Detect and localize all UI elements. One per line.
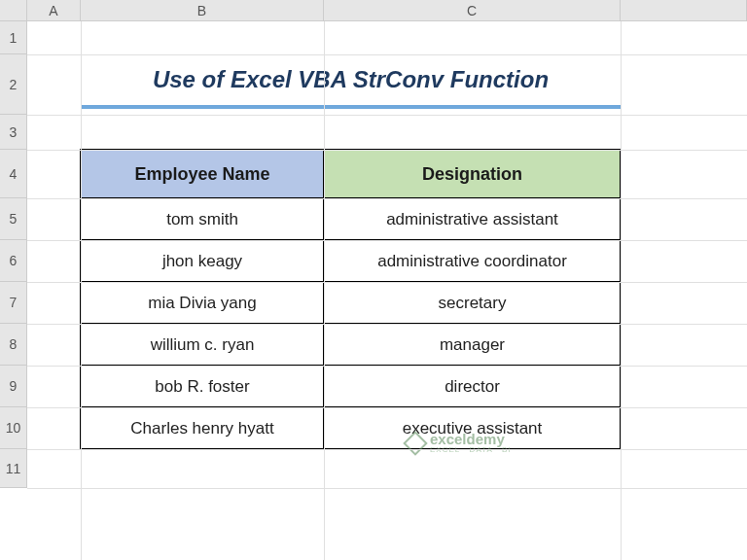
row-header[interactable]: 6 — [0, 240, 26, 282]
gridline — [27, 240, 747, 241]
gridline — [621, 21, 622, 560]
gridline — [27, 115, 747, 116]
spreadsheet: ABC 1234567891011 Use of Excel VBA StrCo… — [0, 0, 747, 560]
gridline — [27, 449, 747, 450]
table-header-row: Employee Name Designation — [81, 150, 621, 198]
row-header[interactable]: 7 — [0, 282, 26, 324]
header-designation[interactable]: Designation — [324, 150, 621, 198]
header-employee[interactable]: Employee Name — [81, 150, 324, 198]
page-title: Use of Excel VBA StrConv Function — [81, 54, 621, 109]
row-header[interactable]: 8 — [0, 324, 26, 366]
row-header[interactable]: 10 — [0, 407, 26, 449]
cell-designation[interactable]: secretary — [324, 282, 621, 324]
cell-employee[interactable]: mia Divia yang — [81, 282, 324, 324]
gridline — [27, 324, 747, 325]
gridline — [324, 21, 325, 560]
cell-employee[interactable]: willium c. ryan — [81, 324, 324, 366]
watermark-logo-icon — [403, 431, 427, 455]
column-headers: ABC — [27, 0, 747, 21]
watermark-sub: EXCEL · DATA · BI — [430, 446, 512, 454]
select-all-corner[interactable] — [0, 0, 27, 21]
gridline — [27, 407, 747, 408]
cell-employee[interactable]: Charles henry hyatt — [81, 407, 324, 449]
gridline — [81, 21, 82, 560]
table-row: Charles henry hyattexecutive assistant — [81, 407, 621, 449]
data-table: Employee Name Designation tom smithadmin… — [80, 149, 622, 450]
row-header[interactable]: 11 — [0, 449, 26, 488]
cell-designation[interactable]: administrative assistant — [324, 198, 621, 240]
row-headers: 1234567891011 — [0, 21, 27, 488]
gridline — [27, 54, 747, 55]
row-header[interactable]: 5 — [0, 198, 26, 240]
cell-designation[interactable]: manager — [324, 324, 621, 366]
cell-employee[interactable]: tom smith — [81, 198, 324, 240]
column-header[interactable]: A — [27, 0, 81, 20]
table-row: willium c. ryanmanager — [81, 324, 621, 366]
table-row: bob R. fosterdirector — [81, 366, 621, 407]
row-header[interactable]: 2 — [0, 54, 26, 115]
column-header[interactable] — [621, 0, 747, 20]
table-row: jhon keagyadministrative coordinator — [81, 240, 621, 282]
watermark: exceldemy EXCEL · DATA · BI — [407, 432, 512, 454]
watermark-main: exceldemy — [430, 432, 512, 446]
gridline — [27, 488, 747, 489]
cell-employee[interactable]: bob R. foster — [81, 366, 324, 407]
gridline — [27, 282, 747, 283]
gridline — [27, 198, 747, 199]
cell-employee[interactable]: jhon keagy — [81, 240, 324, 282]
grid-area[interactable]: Use of Excel VBA StrConv Function Employ… — [27, 21, 747, 560]
cell-designation[interactable]: director — [324, 366, 621, 407]
table-row: mia Divia yangsecretary — [81, 282, 621, 324]
row-header[interactable]: 3 — [0, 115, 26, 150]
watermark-text: exceldemy EXCEL · DATA · BI — [430, 432, 512, 454]
cell-designation[interactable]: administrative coordinator — [324, 240, 621, 282]
row-header[interactable]: 4 — [0, 150, 26, 198]
row-header[interactable]: 9 — [0, 366, 26, 407]
column-header[interactable]: B — [81, 0, 324, 20]
column-header[interactable]: C — [324, 0, 621, 20]
gridline — [27, 366, 747, 367]
row-header[interactable]: 1 — [0, 21, 26, 54]
gridline — [27, 150, 747, 151]
table-row: tom smithadministrative assistant — [81, 198, 621, 240]
